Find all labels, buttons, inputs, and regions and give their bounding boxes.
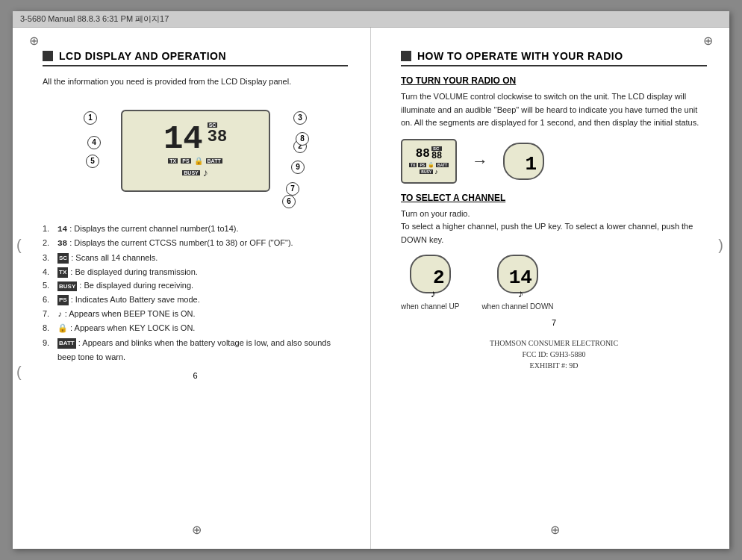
left-section-header: LCD DISPLAY AND OPERATION [43,50,348,66]
radio-display-row: 88 SC 88 TX PS 🔒 BATT [401,139,707,184]
lcd-seg-busy: BUSY [420,169,433,174]
channel-display-row: 2 ♪ when channel UP 14 ♪ when channel D [401,255,707,311]
callout-7: 7 [286,182,299,196]
channel-down-label: when channel DOWN [481,302,553,311]
subsection2-title: TO SELECT A CHANNEL [401,193,707,203]
channel-down-note-row: ♪ [518,287,523,299]
desc-item-2: 2. 38 : Displays the current CTCSS numbe… [43,236,348,251]
right-page-num: 7 [401,318,707,327]
subsection2-text2: To select a higher channel, push the UP … [401,220,707,246]
callout-9: 9 [291,161,305,174]
header-text: 3-5680 Manual 88.8.3 6:31 PM 페이지17 [20,14,169,23]
lcd-seg-row1: 88 SC 88 [416,146,443,161]
callout-3: 3 [293,111,307,125]
arrow-right-icon: → [472,152,488,171]
lcd-right-col: SC 38 [208,122,227,146]
crosshair-bottom-left: ⊕ [192,523,202,537]
left-page-num: 6 [43,371,348,380]
desc-item-6: 6. PS : Indicates Auto Battery save mode… [43,293,348,307]
crosshair-bottom-right: ⊕ [550,523,560,537]
desc-item-9: 9. BATT : Appears and blinks when the ba… [43,336,348,364]
lcd-seg-badges: SC 88 [431,146,442,161]
lcd-row2: TX PS 🔒 BATT [168,157,222,165]
bracket-left: ( [16,237,22,254]
right-page: ⊕ ) HOW TO OPERATE WITH YOUR RADIO TO TU… [371,28,729,549]
lcd-core: 14 SC 38 TX PS 🔒 BATT [121,110,270,192]
desc-item-1: 1. 14 : Displays the current channel num… [43,222,348,237]
subsection1-text: Turn the VOLUME control clockwise to swi… [401,90,707,130]
lcd-seg-row3: BUSY ♪ [420,168,437,175]
lcd-main-num: 14 [163,122,203,155]
footer-fcc: FCC ID: G9H3-5880 [401,349,707,360]
lcd-seg-batt: BATT [436,163,449,167]
section-header-box [43,51,53,61]
power-on-result-display: 1 [503,143,544,180]
lcd-seg-88: 88 [416,147,430,161]
bracket-left-2: ( [16,364,22,381]
crosshair-top-right: ⊕ [703,34,713,48]
power-on-num: 1 [525,153,537,175]
tx-badge: TX [168,158,178,164]
channel-down-box: 14 ♪ when channel DOWN [481,255,553,311]
channel-down-num: 14 [509,267,532,289]
channel-up-box: 2 ♪ when channel UP [401,255,459,311]
lcd-row3: BUSY ♪ [182,167,208,178]
desc-item-4: 4. TX : Be displayed during transmission… [43,265,348,279]
lock-icon: 🔒 [194,157,203,165]
channel-up-note-icon: ♪ [431,287,436,299]
channel-down-note-icon: ♪ [518,287,523,299]
desc-item-3: 3. SC : Scans all 14 channels. [43,251,348,265]
lcd-all-segments: 88 SC 88 TX PS 🔒 BATT [401,139,457,184]
right-section-header: HOW TO OPERATE WITH YOUR RADIO [401,50,707,66]
desc-item-7: 7. ♪ : Appears when BEEP TONE is ON. [43,307,348,322]
left-intro-text: All the information you need is provided… [43,75,348,89]
footer-info: THOMSON CONSUMER ELECTRONIC FCC ID: G9H3… [401,337,707,371]
right-section-header-box [401,51,411,61]
crosshair-top-left: ⊕ [29,34,39,48]
callout-8: 8 [296,132,309,146]
subsection2-text1: Turn on your radio. [401,208,707,221]
lcd-seg-ps: PS [418,163,426,167]
page-container: 3-5680 Manual 88.8.3 6:31 PM 페이지17 ⊕ ( (… [13,11,729,549]
content-area: ⊕ ( ( LCD DISPLAY AND OPERATION All the … [13,28,729,549]
channel-up-num: 2 [433,267,445,289]
ps-badge: PS [181,158,190,164]
footer-exhibit: EXHIBIT #: 9D [401,360,707,371]
header-strip: 3-5680 Manual 88.8.3 6:31 PM 페이지17 [13,11,729,28]
desc-item-5: 5. BUSY : Be displayed during receiving. [43,279,348,293]
lcd-diagram-wrapper: 1 3 2 8 4 5 9 7 6 14 SC [43,95,348,214]
lcd-power-on-display: 88 SC 88 TX PS 🔒 BATT [401,139,457,184]
lcd-seg-row2: TX PS 🔒 BATT [409,162,449,168]
left-section-title: LCD DISPLAY AND OPERATION [59,50,226,62]
desc-item-8: 8. 🔒 : Appears when KEY LOCK is ON. [43,321,348,336]
desc-list: 1. 14 : Displays the current channel num… [43,222,348,364]
bracket-right: ) [718,237,723,254]
footer-brand: THOMSON CONSUMER ELECTRONIC [401,337,707,349]
lcd-seg-88b: 88 [431,151,442,161]
batt-badge: BATT [206,158,222,164]
left-page: ⊕ ( ( LCD DISPLAY AND OPERATION All the … [13,28,371,549]
note-icon: ♪ [203,167,208,178]
right-section-title: HOW TO OPERATE WITH YOUR RADIO [417,50,623,62]
busy-badge: BUSY [182,170,199,175]
callout-1: 1 [84,111,97,125]
channel-up-label: when channel UP [401,302,459,311]
lcd-seg-tx: TX [409,163,417,167]
callout-6: 6 [282,195,296,208]
sc-badge: SC [208,122,218,128]
callout-4: 4 [87,136,101,149]
lcd-seg-note: ♪ [434,168,438,175]
subsection1-title: TO TURN YOUR RADIO ON [401,75,707,86]
lcd-row1: 14 SC 38 [163,122,227,155]
channel-up-note-row: ♪ [431,287,436,299]
lcd-frame: 14 SC 38 TX PS 🔒 BATT [121,110,270,192]
callout-5: 5 [86,155,99,168]
lcd-sub-num: 38 [208,128,227,146]
lcd-seg-lock: 🔒 [428,162,434,168]
